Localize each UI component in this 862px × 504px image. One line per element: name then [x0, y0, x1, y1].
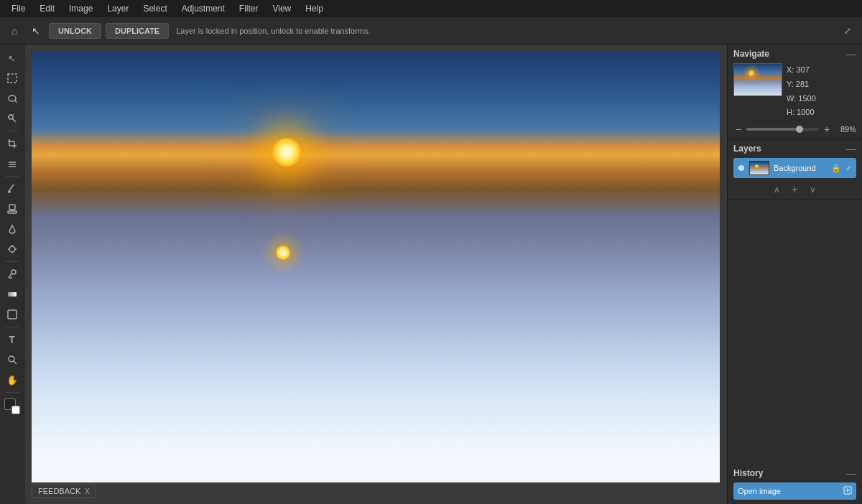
menu-filter[interactable]: Filter [233, 2, 264, 15]
zoom-value: 89% [835, 125, 856, 134]
expand-icon[interactable]: ⤢ [839, 22, 856, 39]
unlock-button[interactable]: UNLOCK [49, 23, 101, 39]
zoom-slider-fill [746, 128, 797, 131]
tool-divider-3 [5, 261, 19, 262]
zoom-minus-button[interactable]: − [733, 124, 743, 134]
svg-rect-17 [9, 205, 15, 210]
tool-eyedropper[interactable] [3, 265, 22, 284]
svg-rect-28 [8, 292, 17, 297]
background-color[interactable] [11, 406, 20, 414]
layer-move-down-button[interactable]: ∨ [810, 185, 816, 195]
history-item-icon [843, 486, 852, 496]
x-label: X: [787, 65, 794, 74]
right-panel: Navigate — X: 307 Y: 281 W: 1500 H: 1000… [727, 45, 862, 504]
zoom-row: − + 89% [733, 124, 856, 134]
tool-text[interactable]: T [3, 330, 22, 349]
menu-image[interactable]: Image [63, 2, 98, 15]
h-label: H: [787, 108, 794, 116]
svg-point-20 [9, 246, 15, 252]
layer-item[interactable]: Background 🔒 ✓ [733, 158, 856, 178]
tool-marquee-rect[interactable] [3, 69, 22, 88]
svg-point-1 [9, 95, 16, 101]
feedback-close-icon[interactable]: X [85, 487, 90, 495]
tool-zoom[interactable] [3, 350, 22, 369]
navigate-title: Navigate [733, 49, 769, 59]
history-item-label: Open image [738, 487, 839, 495]
toolbar-status: Layer is locked in position, unlock to e… [176, 27, 370, 35]
menu-adjustment[interactable]: Adjustment [176, 2, 231, 15]
tool-color-swatch[interactable] [4, 398, 20, 414]
history-item[interactable]: Open image [733, 482, 856, 500]
menu-edit[interactable]: Edit [34, 2, 60, 15]
tool-magic-wand[interactable] [3, 109, 22, 128]
menu-file[interactable]: File [6, 2, 31, 15]
cursor-icon[interactable]: ↖ [27, 22, 45, 39]
svg-rect-0 [8, 74, 17, 83]
history-header: History — [733, 468, 856, 478]
zoom-plus-button[interactable]: + [822, 124, 832, 134]
navigate-content: X: 307 Y: 281 W: 1500 H: 1000 [733, 63, 856, 120]
layer-controls: ∧ + ∨ [733, 184, 856, 195]
home-icon[interactable]: ⌂ [6, 22, 23, 39]
duplicate-button[interactable]: DUPLICATE [106, 23, 169, 39]
svg-point-33 [741, 167, 743, 169]
navigate-header: Navigate — [733, 49, 856, 59]
tool-heal[interactable] [3, 154, 22, 173]
tool-gradient[interactable] [3, 285, 22, 304]
tool-crop[interactable] [3, 134, 22, 153]
zoom-slider[interactable] [746, 128, 819, 131]
tool-shape[interactable] [3, 305, 22, 324]
svg-point-26 [11, 270, 16, 274]
toolbar: ⌂ ↖ UNLOCK DUPLICATE Layer is locked in … [0, 17, 862, 45]
layer-name: Background [774, 164, 827, 172]
layer-add-button[interactable]: + [792, 184, 798, 195]
layer-check-icon[interactable]: ✓ [845, 164, 852, 173]
layers-header: Layers — [733, 144, 856, 154]
zoom-slider-thumb[interactable] [796, 126, 803, 133]
svg-line-31 [14, 361, 17, 364]
w-label: W: [787, 94, 796, 103]
history-section: History — Open image [728, 464, 862, 504]
layer-visibility-icon[interactable] [738, 164, 745, 172]
h-value: 1000 [797, 108, 814, 116]
navigate-thumbnail[interactable] [733, 63, 782, 96]
layers-collapse-icon[interactable]: — [846, 144, 856, 154]
tool-dodge[interactable] [3, 240, 22, 258]
svg-point-30 [9, 356, 14, 362]
tool-divider-4 [5, 327, 19, 327]
tool-panel: ↖ [0, 45, 24, 504]
menu-layer[interactable]: Layer [101, 2, 134, 15]
layer-lock-icon[interactable]: 🔒 [831, 164, 841, 173]
x-value: 307 [796, 65, 809, 74]
menu-select[interactable]: Select [137, 2, 172, 15]
tool-hand[interactable]: ✋ [3, 370, 22, 389]
layer-move-up-button[interactable]: ∧ [774, 185, 780, 195]
tool-stamp[interactable] [3, 200, 22, 218]
navigate-coords: X: 307 Y: 281 W: 1500 H: 1000 [787, 63, 816, 120]
main-area: ↖ [0, 45, 862, 504]
feedback-button[interactable]: FEEDBACK X [32, 484, 96, 498]
tool-move[interactable]: ↖ [3, 49, 22, 67]
navigate-section: Navigate — X: 307 Y: 281 W: 1500 H: 1000… [728, 45, 862, 139]
tool-lasso[interactable] [3, 89, 22, 108]
tool-divider-5 [5, 392, 19, 393]
tool-paint-bucket[interactable] [3, 220, 22, 238]
feedback-label: FEEDBACK [38, 487, 80, 495]
layers-section: Layers — Background 🔒 ✓ ∧ + ∨ [728, 139, 862, 200]
tool-brush[interactable] [3, 179, 22, 198]
svg-rect-18 [8, 211, 17, 213]
history-title: History [733, 468, 763, 478]
svg-line-2 [15, 100, 17, 103]
navigate-collapse-icon[interactable]: — [846, 49, 856, 59]
canvas-image[interactable] [32, 52, 720, 482]
svg-point-4 [9, 115, 13, 119]
menu-view[interactable]: View [267, 2, 297, 15]
layers-title: Layers [733, 144, 761, 154]
menu-help[interactable]: Help [300, 2, 329, 15]
canvas-area[interactable]: FEEDBACK X [24, 45, 727, 504]
svg-point-16 [8, 190, 11, 193]
menu-bar: File Edit Image Layer Select Adjustment … [0, 0, 862, 17]
y-label: Y: [787, 80, 794, 88]
history-collapse-icon[interactable]: — [846, 468, 856, 478]
w-value: 1500 [798, 94, 815, 103]
